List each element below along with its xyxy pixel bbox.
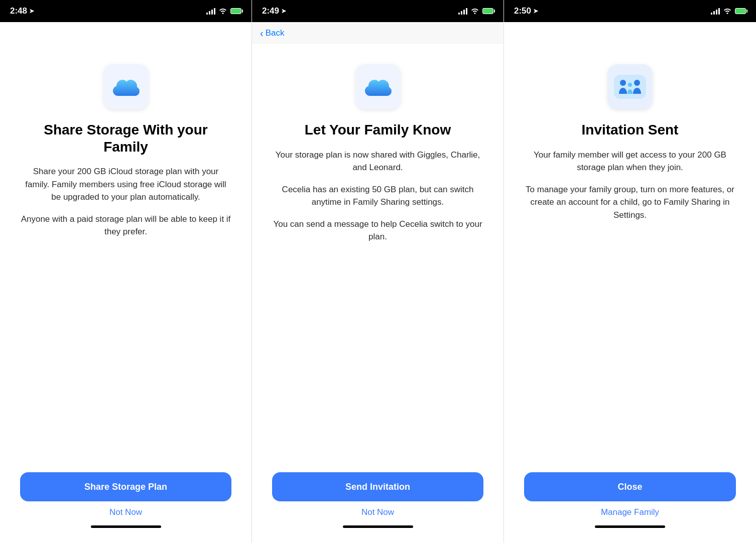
app-icon-3 bbox=[607, 64, 653, 109]
screen-body-2a: Your storage plan is now shared with Gig… bbox=[272, 149, 483, 174]
wifi-icon-3 bbox=[723, 7, 732, 16]
screen-content-2: Let Your Family Know Your storage plan i… bbox=[252, 44, 503, 543]
battery-icon-1 bbox=[230, 8, 241, 14]
svg-point-1 bbox=[620, 80, 626, 86]
status-icons-1 bbox=[206, 7, 241, 16]
status-icons-2 bbox=[458, 7, 493, 16]
screen-body-3a: Your family member will get access to yo… bbox=[524, 149, 736, 174]
family-sharing-icon bbox=[614, 75, 646, 99]
signal-bar-2-1 bbox=[458, 13, 460, 15]
manage-family-link[interactable]: Manage Family bbox=[601, 507, 659, 517]
signal-bar-3 bbox=[211, 10, 213, 15]
bottom-section-2: Send Invitation Not Now bbox=[252, 472, 503, 543]
screen-title-1: Share Storage With your Family bbox=[20, 121, 231, 155]
phone-screen-1: 2:48 ➤ bbox=[0, 0, 252, 543]
signal-bar-4 bbox=[214, 8, 215, 15]
svg-point-3 bbox=[628, 83, 632, 87]
time-label-3: 2:50 bbox=[514, 6, 531, 16]
not-now-link-2[interactable]: Not Now bbox=[361, 507, 394, 517]
bottom-section-3: Close Manage Family bbox=[504, 472, 756, 543]
status-time-2: 2:49 ➤ bbox=[262, 6, 286, 16]
home-indicator-2 bbox=[343, 525, 413, 528]
location-icon-1: ➤ bbox=[29, 8, 34, 15]
screen-content-1: Share Storage With your Family Share you… bbox=[0, 44, 251, 543]
status-time-3: 2:50 ➤ bbox=[514, 6, 538, 16]
signal-bars-1 bbox=[206, 8, 215, 15]
status-bar-2: 2:49 ➤ bbox=[252, 0, 503, 22]
home-indicator-1 bbox=[91, 525, 161, 528]
signal-bars-3 bbox=[711, 8, 720, 15]
screen-body-2c: You can send a message to help Cecelia s… bbox=[272, 218, 483, 243]
nav-placeholder-3 bbox=[504, 22, 756, 44]
battery-icon-2 bbox=[482, 8, 493, 14]
back-button-2[interactable]: ‹ Back bbox=[260, 28, 284, 39]
back-label: Back bbox=[266, 28, 285, 38]
status-time-1: 2:48 ➤ bbox=[10, 6, 34, 16]
battery-icon-3 bbox=[735, 8, 746, 14]
status-icons-3 bbox=[711, 7, 746, 16]
nav-placeholder-1 bbox=[0, 22, 251, 44]
signal-bar-2-3 bbox=[463, 10, 465, 15]
screen-body-2b: Cecelia has an existing 50 GB plan, but … bbox=[272, 183, 483, 209]
status-bar-1: 2:48 ➤ bbox=[0, 0, 251, 22]
time-label-2: 2:49 bbox=[262, 6, 279, 16]
signal-bar-1 bbox=[206, 13, 208, 15]
screen-body-1a: Share your 200 GB iCloud storage plan wi… bbox=[20, 165, 231, 204]
send-invitation-button[interactable]: Send Invitation bbox=[272, 472, 483, 501]
home-indicator-3 bbox=[595, 525, 665, 528]
back-chevron-icon: ‹ bbox=[260, 28, 264, 39]
signal-bar-3-4 bbox=[718, 8, 720, 15]
icloud-icon-1 bbox=[111, 76, 141, 98]
screen-content-3: Invitation Sent Your family member will … bbox=[504, 44, 756, 543]
app-icon-1 bbox=[103, 64, 149, 109]
screen-title-3: Invitation Sent bbox=[582, 121, 679, 139]
wifi-icon-2 bbox=[470, 7, 479, 16]
close-button[interactable]: Close bbox=[524, 472, 736, 501]
time-label-1: 2:48 bbox=[10, 6, 27, 16]
signal-bar-2-4 bbox=[466, 8, 467, 15]
signal-bar-3-1 bbox=[711, 13, 712, 15]
bottom-section-1: Share Storage Plan Not Now bbox=[0, 472, 251, 543]
signal-bar-2-2 bbox=[461, 11, 462, 15]
signal-bar-2 bbox=[209, 11, 210, 15]
location-icon-2: ➤ bbox=[281, 8, 286, 15]
wifi-icon-1 bbox=[218, 7, 227, 16]
screen-body-3b: To manage your family group, turn on mor… bbox=[524, 183, 736, 222]
app-icon-2 bbox=[355, 64, 401, 109]
signal-bars-2 bbox=[458, 8, 467, 15]
not-now-link-1[interactable]: Not Now bbox=[109, 507, 142, 517]
phone-screen-2: 2:49 ➤ ‹ Back bbox=[252, 0, 504, 543]
share-storage-plan-button[interactable]: Share Storage Plan bbox=[20, 472, 231, 501]
nav-bar-2: ‹ Back bbox=[252, 22, 503, 44]
icloud-icon-2 bbox=[363, 76, 393, 98]
screen-title-2: Let Your Family Know bbox=[305, 121, 451, 139]
screen-body-1b: Anyone with a paid storage plan will be … bbox=[20, 213, 231, 238]
svg-point-2 bbox=[634, 80, 640, 86]
status-bar-3: 2:50 ➤ bbox=[504, 0, 756, 22]
location-icon-3: ➤ bbox=[533, 8, 538, 15]
signal-bar-3-3 bbox=[716, 10, 717, 15]
signal-bar-3-2 bbox=[713, 11, 715, 15]
phone-screen-3: 2:50 ➤ bbox=[504, 0, 756, 543]
